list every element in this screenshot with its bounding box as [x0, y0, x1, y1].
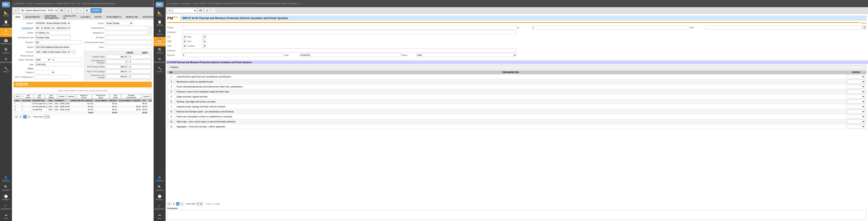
- link-rfc-btn[interactable]: Link RFC: [34, 94, 44, 98]
- days-input[interactable]: [105, 45, 152, 49]
- status-select-3[interactable]: [847, 85, 865, 89]
- sidebar-item-forms-right[interactable]: 📋 FORMS: [154, 19, 166, 28]
- cell-attach[interactable]: □: [21, 102, 32, 105]
- commitment-label[interactable]: Commitment*: [13, 27, 33, 29]
- egi-input[interactable]: [35, 75, 71, 79]
- home-icon-left[interactable]: ⌂: [13, 2, 15, 5]
- paste-excel-btn[interactable]: Paste From Excel: [92, 94, 109, 98]
- tab-attachments[interactable]: ATTACHMENTS: [104, 14, 123, 19]
- wir-company-input[interactable]: [182, 30, 517, 34]
- cell-attach[interactable]: □: [21, 108, 32, 111]
- sidebar-item-plans-left[interactable]: 📐 PLANS: [0, 9, 12, 19]
- commitment-type-input[interactable]: [35, 35, 71, 39]
- status-select-2[interactable]: [847, 80, 865, 84]
- contract-to-change-days-input[interactable]: [129, 74, 151, 78]
- right-page-size-select[interactable]: 25: [196, 202, 203, 206]
- submit-button[interactable]: SUBMIT: [91, 8, 102, 13]
- checklist-status[interactable]: [846, 74, 866, 79]
- checklist-status[interactable]: [846, 114, 866, 119]
- layouts-btn[interactable]: Layouts: [142, 94, 151, 98]
- status-select-4[interactable]: [847, 90, 865, 93]
- status-select-11[interactable]: [847, 125, 865, 128]
- tab-additional-info[interactable]: ADDITIONAL INFORMATION: [42, 14, 61, 19]
- sidebar-item-exit-left[interactable]: ⬅ EXIT: [0, 212, 12, 221]
- refresh-btn-right[interactable]: ↻ Refresh: [167, 65, 866, 70]
- table-row[interactable]: 3 □ 10-electrical #166 USD - Dollar (Uni…: [14, 108, 152, 111]
- prev-page-btn[interactable]: ◄: [19, 115, 22, 119]
- sidebar-item-search-right[interactable]: 🔍 SEARCH: [154, 184, 166, 193]
- tab-main-left[interactable]: MAIN: [13, 14, 23, 19]
- wir-task-select[interactable]: [202, 39, 206, 43]
- sidebar-item-university-right[interactable]: 🎓 UNIVERSITY: [154, 202, 166, 212]
- original-value-input[interactable]: [106, 55, 128, 59]
- revision-input[interactable]: [52, 58, 82, 62]
- save-button-left[interactable]: 💾: [59, 8, 65, 13]
- tab-adjustments[interactable]: ADJUSTMENTS: [23, 14, 42, 19]
- wir-date-input[interactable]: [705, 26, 862, 30]
- checklist-status[interactable]: [846, 99, 866, 104]
- assigned-to-more-btn[interactable]: ···: [148, 31, 152, 35]
- print-button-right[interactable]: 🖨: [204, 8, 210, 13]
- wir-date-picker-btn[interactable]: 📅: [862, 26, 866, 30]
- preview-conversions-btn[interactable]: Preview Conversions: [122, 94, 141, 98]
- avi-date-input[interactable]: [105, 35, 152, 39]
- wir-id-input[interactable]: [532, 26, 689, 30]
- prior-approved-input[interactable]: [106, 60, 128, 64]
- table-row[interactable]: 2 □ 30-Two pipe fan coil system wit #181…: [14, 105, 152, 108]
- currency-more-btn[interactable]: ···: [72, 50, 75, 54]
- wir-project-input[interactable]: [182, 26, 517, 30]
- checklist-status[interactable]: [846, 119, 866, 124]
- tab-checklists[interactable]: CHECKLISTS (5): [61, 14, 78, 19]
- status-select-5[interactable]: [847, 95, 865, 98]
- add-button-left[interactable]: +: [72, 8, 76, 13]
- comments-input[interactable]: [167, 210, 866, 220]
- wir-csi-select[interactable]: [182, 35, 186, 39]
- add-button-right[interactable]: +: [211, 8, 216, 13]
- cell-attach[interactable]: □: [21, 105, 32, 108]
- record-input[interactable]: [35, 40, 82, 44]
- sidebar-item-recent-left[interactable]: 🕐 RECENT: [0, 193, 12, 202]
- date-input[interactable]: [35, 62, 82, 66]
- prior-revised-input[interactable]: [106, 65, 128, 69]
- right-next-page-btn[interactable]: ►: [180, 202, 184, 206]
- record-select-left[interactable]: 002 - Boston Medical Center - ZVCO: [19, 8, 58, 13]
- next-page-btn[interactable]: ►: [28, 115, 31, 119]
- copy-button-left[interactable]: 📋: [78, 8, 84, 13]
- tab-clauses[interactable]: CLAUSES: [79, 14, 92, 19]
- wir-revision-input[interactable]: [182, 53, 283, 57]
- checklist-status[interactable]: [846, 124, 866, 129]
- project-input[interactable]: RVG0104 - Boston Medical Center: [35, 21, 71, 25]
- wir-status-select[interactable]: Draft: [416, 53, 517, 57]
- status-select-7[interactable]: [847, 105, 865, 108]
- home-icon-right[interactable]: ⌂: [167, 2, 169, 5]
- prior-approved-days-input[interactable]: [129, 60, 151, 64]
- save-button-right[interactable]: 💾: [197, 8, 204, 13]
- sidebar-item-schedules-left[interactable]: 📅 SCHEDULES: [0, 37, 12, 46]
- sidebar-item-search-left[interactable]: 🔍 SEARCH: [0, 184, 12, 193]
- cause-select[interactable]: Scope Change: [105, 21, 133, 25]
- checklist-status[interactable]: [846, 104, 866, 109]
- total-this-change-days-input[interactable]: [129, 69, 151, 73]
- delete-btn[interactable]: Delete: [58, 94, 66, 98]
- checklist-status[interactable]: [846, 89, 866, 94]
- sidebar-item-workflows-right[interactable]: ⚙ WORKFLOWS: [154, 56, 166, 65]
- first-page-btn[interactable]: |◄: [14, 115, 18, 119]
- sidebar-item-university-left[interactable]: 🎓 UNIVERSITY: [0, 202, 12, 212]
- assigned-to-input[interactable]: [105, 31, 147, 35]
- wir-cbs-select[interactable]: [182, 44, 186, 48]
- requested-by-more-btn[interactable]: ···: [148, 26, 152, 30]
- link-claims-btn[interactable]: Link Claims: [45, 94, 57, 98]
- sidebar-item-tools-right[interactable]: 🔧 TOOLS: [154, 65, 166, 74]
- unit-costs-btn[interactable]: Unit Costs: [110, 94, 121, 98]
- print-button-left[interactable]: 🖨: [65, 8, 71, 13]
- record-select-right[interactable]: [173, 8, 197, 13]
- sidebar-item-forms-left[interactable]: 📋 FORMS: [0, 19, 12, 28]
- page-size-select[interactable]: 20: [43, 115, 50, 119]
- requested-by-input[interactable]: [105, 26, 147, 30]
- claims-label[interactable]: Claims: [13, 67, 33, 69]
- original-days-input[interactable]: [129, 55, 151, 59]
- tab-notifications[interactable]: NOTIFICATIONS: [141, 14, 153, 19]
- status-select-9[interactable]: [847, 115, 865, 118]
- sidebar-item-schedules-right[interactable]: 📅 SCHEDULES: [154, 37, 166, 46]
- sidebar-item-costs-left[interactable]: $ COSTS: [0, 28, 12, 37]
